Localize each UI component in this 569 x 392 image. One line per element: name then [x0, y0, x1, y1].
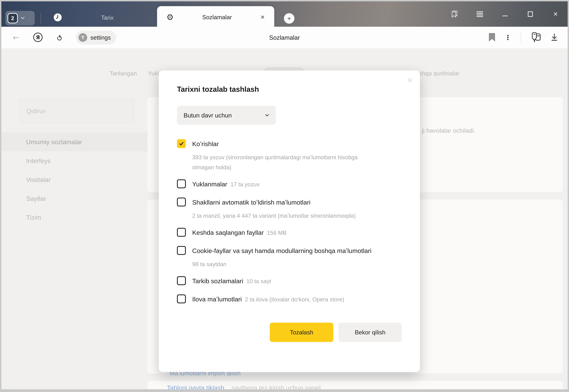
history-item-count: 156 MB: [267, 230, 287, 236]
tab-history[interactable]: Tarix: [47, 7, 153, 28]
checkbox-unchecked[interactable]: [177, 179, 186, 188]
gear-icon: ⚙: [166, 13, 174, 21]
tab-close-icon[interactable]: ✕: [260, 14, 265, 20]
history-item-row: Tarkib sozlamalari10 ta sayt: [177, 276, 402, 287]
tab-history-label: Tarix: [62, 14, 153, 21]
history-item-label[interactable]: Shakllarni avtomatik toʻldirish maʼlumot…: [192, 199, 310, 206]
profile-avatar[interactable]: 2: [7, 13, 18, 23]
menu-icon[interactable]: [476, 11, 483, 18]
tab-settings-label: Sozlamalar: [174, 14, 260, 21]
bookmark-icon[interactable]: [489, 33, 495, 42]
search-input[interactable]: [19, 99, 134, 123]
checkbox-unchecked[interactable]: [177, 228, 186, 237]
history-item-row: Shakllarni avtomatik toʻldirish maʼlumot…: [177, 197, 402, 221]
sidebar: Umumiy sozlamalarInterfeysVositalarSaytl…: [1, 132, 148, 227]
history-item-row: Ilova maʼlumotlari2 ta ilova (Ilovalar d…: [177, 294, 402, 306]
window-maximize-button[interactable]: [527, 11, 534, 18]
bookmarks-panel-icon[interactable]: [451, 11, 458, 18]
history-item-detail: 98 ta saytdan: [192, 259, 370, 269]
clock-icon: [54, 13, 62, 22]
site-favicon: Y: [78, 33, 87, 42]
more-options-icon[interactable]: ⋮: [505, 34, 511, 41]
tab-settings[interactable]: ⚙ Sozlamalar ✕: [157, 6, 274, 28]
toolbar-divider: [521, 32, 521, 43]
history-item-label[interactable]: Yuklanmalar: [192, 181, 227, 188]
sidebar-item[interactable]: Interfeys: [1, 151, 148, 170]
reload-icon[interactable]: ⟲: [55, 34, 63, 41]
history-item-count: 17 ta yozuv: [231, 181, 260, 188]
downloads-icon[interactable]: [551, 33, 558, 42]
history-item-count: 2 ta ilova (Ilovalar doʻkoni, Opera stor…: [245, 296, 344, 303]
sidebar-item[interactable]: Umumiy sozlamalar: [1, 132, 148, 151]
window-frame-bottom: [0, 389, 569, 392]
address-text[interactable]: settings: [90, 34, 111, 41]
history-item-row: Yuklanmalar17 ta yozuv: [177, 179, 402, 191]
sidebar-item[interactable]: Saytlar: [1, 189, 148, 208]
clear-history-dialog: Tarixni tozalab tashlash Butun davr uchu…: [159, 70, 420, 372]
checkbox-unchecked[interactable]: [177, 246, 186, 255]
history-items-list: Koʻrishlar393 ta yozuv (sinxronlangan qu…: [177, 139, 402, 306]
new-tab-button[interactable]: +: [284, 13, 294, 24]
history-item-row: Koʻrishlar393 ta yozuv (sinxronlangan qu…: [177, 139, 402, 172]
history-item-label[interactable]: Keshda saqlangan fayllar: [192, 229, 264, 236]
time-range-value: Butun davr uchun: [184, 112, 232, 119]
time-range-select[interactable]: Butun davr uchun: [177, 106, 276, 125]
cancel-button[interactable]: Bekor qilish: [338, 323, 402, 342]
profile-chip[interactable]: 2: [5, 11, 35, 26]
checkbox-unchecked[interactable]: [177, 197, 186, 207]
dialog-title: Tarixni tozalab tashlash: [177, 85, 402, 93]
history-item-detail: 2 ta manzil, yana 4 447 ta variant (maʼl…: [192, 211, 356, 221]
history-item-label[interactable]: Tarkib sozlamalari: [192, 277, 243, 285]
chevron-down-icon: [265, 114, 269, 117]
chevron-down-icon[interactable]: [21, 17, 25, 20]
checkbox-unchecked[interactable]: [177, 294, 186, 303]
tabbar-divider: [41, 13, 41, 23]
settings-card-text-fragment: ji havolalar ochiladi.: [422, 127, 475, 134]
toolbar: ← Я ⟲ Y settings Sozlamalar ⋮: [1, 27, 568, 48]
sidebar-item[interactable]: Tizim: [1, 208, 148, 227]
history-item-count: 10 ta sayt: [246, 278, 271, 284]
history-item-label[interactable]: Ilova maʼlumotlari: [192, 295, 242, 303]
yandex-logo-icon[interactable]: Я: [33, 32, 43, 43]
history-item-label[interactable]: Koʻrishlar: [192, 140, 219, 147]
tab-bar: 2 Tarix ⚙ Sozlamalar ✕ +: [1, 1, 568, 27]
dialog-close-icon[interactable]: [407, 77, 413, 84]
sidebar-item[interactable]: Vositalar: [1, 170, 148, 189]
history-item-row: Cookie-fayllar va sayt hamda modullarnin…: [177, 246, 402, 269]
history-item-detail: 393 ta yozuv (sinxronlangan qurilmalarda…: [192, 152, 370, 172]
settings-nav-item[interactable]: Tanlangan: [110, 70, 137, 77]
checkbox-checked[interactable]: [177, 139, 186, 148]
window-frame-right: [568, 0, 569, 392]
window-close-button[interactable]: ✕: [552, 11, 559, 18]
address-bar[interactable]: Y settings: [76, 31, 116, 44]
svg-text:Я: Я: [36, 34, 40, 41]
window-frame-left: [0, 0, 1, 392]
checkbox-unchecked[interactable]: [177, 276, 186, 285]
window-frame-top: [0, 0, 569, 1]
clear-button[interactable]: Tozalash: [270, 323, 333, 342]
passwords-icon[interactable]: [531, 32, 541, 43]
back-icon[interactable]: ←: [13, 33, 19, 42]
history-item-label[interactable]: Cookie-fayllar va sayt hamda modullarnin…: [192, 247, 371, 254]
history-item-row: Keshda saqlangan fayllar156 MB: [177, 228, 402, 239]
window-minimize-button[interactable]: [501, 11, 509, 18]
